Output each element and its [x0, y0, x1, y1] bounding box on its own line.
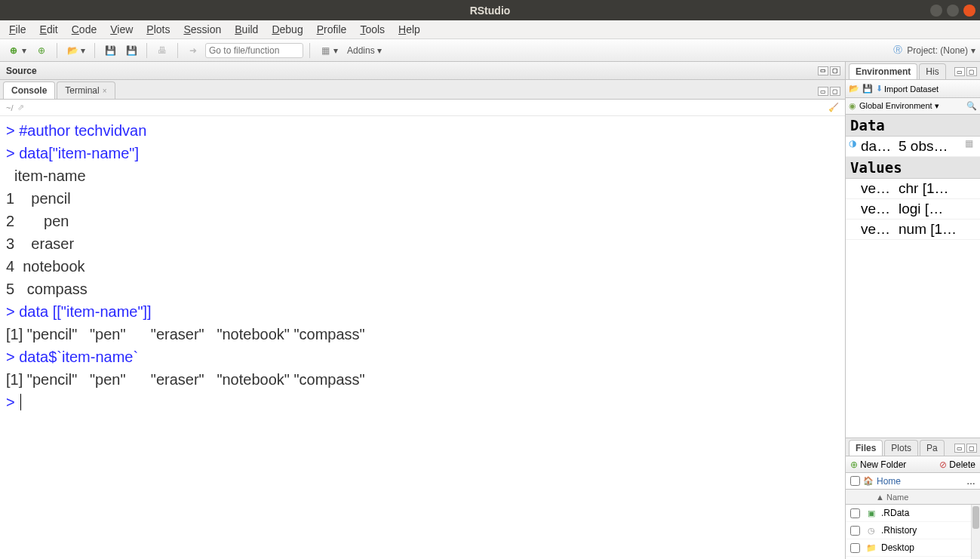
- goto-button[interactable]: ➜: [184, 43, 202, 58]
- files-column-header[interactable]: ▲ Name: [846, 490, 980, 505]
- source-maximize-icon[interactable]: ▢: [830, 66, 840, 75]
- menu-code[interactable]: Code: [72, 23, 97, 35]
- menu-tools[interactable]: Tools: [360, 23, 385, 35]
- close-icon[interactable]: ×: [103, 87, 107, 95]
- menu-debug[interactable]: Debug: [272, 23, 303, 35]
- file-name: .RData: [881, 508, 909, 518]
- env-value-row[interactable]: ve…logi […: [846, 199, 980, 220]
- open-file-button[interactable]: 📂▾: [63, 43, 88, 58]
- environment-scope-dropdown[interactable]: Global Environment ▾: [859, 101, 939, 111]
- menu-edit[interactable]: Edit: [40, 23, 58, 35]
- print-icon: 🖶: [156, 45, 168, 57]
- goto-arrow-icon: ➜: [187, 45, 199, 57]
- menu-file[interactable]: File: [9, 23, 26, 35]
- environment-tabs: Environment His ▭ ▢: [846, 62, 980, 80]
- plus-r-icon: ⊕: [35, 45, 48, 57]
- save-button[interactable]: 💾: [101, 43, 119, 58]
- window-close-button[interactable]: [963, 5, 975, 17]
- import-icon: ⬇: [876, 84, 883, 94]
- project-menu[interactable]: ⓇProject: (None) ▾: [892, 45, 975, 57]
- file-row[interactable]: 📁 Desktop: [846, 539, 980, 557]
- environment-scope-row: ◉ Global Environment ▾ 🔍: [846, 98, 980, 115]
- menu-help[interactable]: Help: [398, 23, 420, 35]
- tab-files[interactable]: Files: [849, 440, 883, 456]
- addins-button[interactable]: Addins ▾: [344, 44, 385, 57]
- search-icon[interactable]: 🔍: [966, 101, 977, 111]
- breadcrumb-home[interactable]: Home: [877, 476, 901, 487]
- select-all-checkbox[interactable]: [850, 476, 860, 486]
- folder-icon: 📁: [866, 542, 877, 553]
- files-list: ▣ .RData ◷ .Rhistory 📁 Desktop: [846, 505, 980, 559]
- environment-toolbar: 📂 💾 ⬇Import Dataset: [846, 80, 980, 98]
- menu-plots[interactable]: Plots: [146, 23, 170, 35]
- environment-list: Data ◑ da… 5 obs… ▦ Values ve…chr [1… ve…: [846, 115, 980, 438]
- files-breadcrumb: 🏠 Home …: [846, 473, 980, 490]
- tab-plots[interactable]: Plots: [884, 440, 918, 456]
- env-value-row[interactable]: ve…num [1…: [846, 220, 980, 240]
- rdata-file-icon: ▣: [866, 508, 877, 518]
- tab-history[interactable]: His: [919, 63, 945, 79]
- window-maximize-button[interactable]: [947, 5, 959, 17]
- env-values-header: Values: [846, 157, 980, 179]
- main-toolbar: ⊕▾ ⊕ 📂▾ 💾 💾 🖶 ➜ ▦▾ Addins ▾ ⓇProject: (N…: [0, 39, 980, 62]
- delete-button[interactable]: ⊘Delete: [939, 459, 975, 470]
- env-data-row[interactable]: ◑ da… 5 obs… ▦: [846, 137, 980, 157]
- tab-environment[interactable]: Environment: [849, 63, 917, 79]
- source-pane-title: Source: [6, 66, 37, 76]
- load-workspace-icon[interactable]: 📂: [849, 84, 859, 94]
- file-row[interactable]: ◷ .Rhistory: [846, 522, 980, 539]
- files-minimize-icon[interactable]: ▭: [954, 444, 965, 453]
- tab-packages[interactable]: Pa: [920, 440, 945, 456]
- save-all-icon: 💾: [125, 45, 137, 57]
- window-minimize-button[interactable]: [930, 5, 942, 17]
- tab-terminal[interactable]: Terminal×: [57, 81, 115, 99]
- console-maximize-icon[interactable]: ▢: [830, 87, 840, 96]
- file-row[interactable]: ▣ .RData: [846, 505, 980, 522]
- new-folder-button[interactable]: ⊕New Folder: [850, 459, 906, 470]
- files-toolbar: ⊕New Folder ⊘Delete: [846, 456, 980, 473]
- print-button[interactable]: 🖶: [153, 43, 171, 58]
- console-minimize-icon[interactable]: ▭: [818, 87, 828, 96]
- tab-console[interactable]: Console: [3, 81, 55, 99]
- console-working-dir: ~/: [6, 103, 13, 112]
- plus-circle-icon: ⊕: [8, 45, 20, 57]
- new-project-button[interactable]: ⊕: [32, 43, 51, 58]
- rhistory-file-icon: ◷: [866, 525, 877, 536]
- grid-icon: ▦: [319, 45, 331, 57]
- console-output[interactable]: > #author techvidvan > data["item-name"]…: [0, 116, 845, 559]
- env-minimize-icon[interactable]: ▭: [954, 67, 965, 76]
- save-workspace-icon[interactable]: 💾: [862, 84, 873, 94]
- env-value-row[interactable]: ve…chr [1…: [846, 179, 980, 199]
- r-project-icon: Ⓡ: [892, 45, 904, 57]
- clear-console-icon[interactable]: 🧹: [828, 103, 839, 112]
- console-path-row: ~/ ⇗ 🧹: [0, 100, 845, 116]
- plus-folder-icon: ⊕: [850, 459, 858, 470]
- scope-icon: ◉: [849, 101, 856, 111]
- env-data-header: Data: [846, 115, 980, 137]
- grid-view-button[interactable]: ▦▾: [316, 43, 341, 58]
- import-dataset-button[interactable]: ⬇Import Dataset: [876, 84, 939, 94]
- menu-session[interactable]: Session: [183, 23, 221, 35]
- menu-build[interactable]: Build: [235, 23, 258, 35]
- more-button[interactable]: …: [966, 476, 975, 487]
- table-view-icon[interactable]: ▦: [965, 138, 977, 155]
- file-checkbox[interactable]: [850, 508, 860, 518]
- file-checkbox[interactable]: [850, 543, 860, 553]
- expand-icon[interactable]: ◑: [849, 138, 861, 155]
- delete-icon: ⊘: [939, 459, 947, 470]
- save-all-button[interactable]: 💾: [122, 43, 140, 58]
- menu-profile[interactable]: Profile: [317, 23, 347, 35]
- window-title: RStudio: [470, 5, 511, 17]
- save-icon: 💾: [104, 45, 116, 57]
- home-icon: 🏠: [863, 476, 874, 487]
- files-tabs: Files Plots Pa ▭ ▢: [846, 438, 980, 456]
- file-checkbox[interactable]: [850, 526, 860, 536]
- files-maximize-icon[interactable]: ▢: [966, 444, 977, 453]
- goto-file-function-input[interactable]: [205, 43, 303, 58]
- files-scrollbar[interactable]: [971, 505, 980, 559]
- new-file-button[interactable]: ⊕▾: [5, 43, 29, 58]
- menu-view[interactable]: View: [110, 23, 133, 35]
- source-minimize-icon[interactable]: ▭: [818, 66, 828, 75]
- env-maximize-icon[interactable]: ▢: [966, 67, 977, 76]
- popout-icon[interactable]: ⇗: [17, 103, 24, 112]
